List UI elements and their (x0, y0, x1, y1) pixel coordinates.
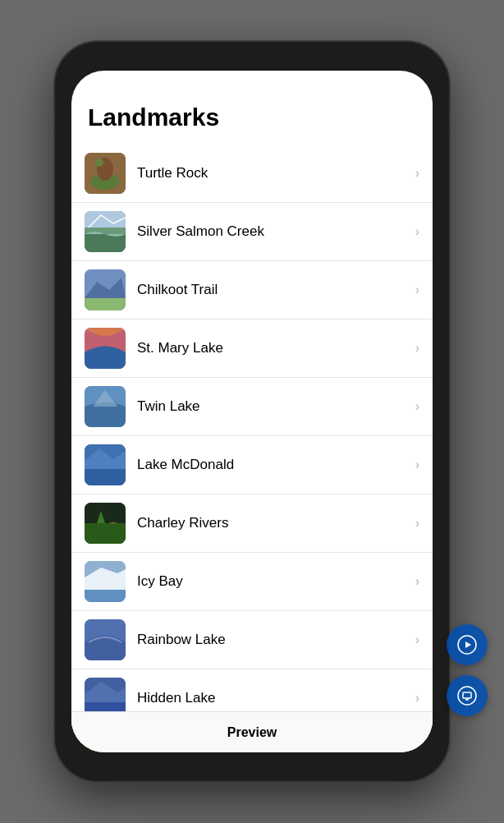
play-icon (457, 635, 477, 655)
display-icon (457, 686, 477, 706)
item-name-st-mary-lake: St. Mary Lake (137, 340, 415, 356)
item-name-hidden-lake: Hidden Lake (137, 690, 415, 706)
chevron-icon-twin-lake: › (415, 399, 419, 414)
chevron-icon-lake-mcdonald: › (415, 457, 419, 472)
chevron-icon-rainbow-lake: › (415, 632, 419, 647)
svg-point-27 (458, 687, 476, 705)
item-name-rainbow-lake: Rainbow Lake (137, 632, 415, 648)
phone-frame: Landmarks Turtle Rock›Silver Salmon Cree… (55, 42, 449, 781)
list-item-icy-bay[interactable]: Icy Bay› (71, 553, 433, 611)
phone-screen: Landmarks Turtle Rock›Silver Salmon Cree… (71, 71, 433, 752)
svg-rect-28 (463, 692, 471, 698)
screen-content[interactable]: Landmarks Turtle Rock›Silver Salmon Cree… (71, 71, 433, 752)
thumbnail-silver-salmon-creek (85, 211, 126, 252)
item-name-chilkoot-trail: Chilkoot Trail (137, 282, 415, 298)
chevron-icon-hidden-lake: › (415, 691, 419, 706)
thumbnail-twin-lake (85, 386, 126, 427)
svg-rect-8 (85, 298, 126, 310)
list-item-turtle-rock[interactable]: Turtle Rock› (71, 145, 433, 203)
fab-container (447, 624, 488, 716)
item-name-silver-salmon-creek: Silver Salmon Creek (137, 223, 415, 240)
chevron-icon-turtle-rock: › (415, 166, 419, 181)
thumbnail-charley-rivers (85, 503, 126, 544)
svg-rect-12 (85, 469, 126, 485)
thumbnail-icy-bay (85, 561, 126, 602)
list-item-silver-salmon-creek[interactable]: Silver Salmon Creek› (71, 203, 433, 261)
outer-container: Landmarks Turtle Rock›Silver Salmon Cree… (0, 0, 504, 823)
chevron-icon-st-mary-lake: › (415, 341, 419, 356)
landmarks-list: Turtle Rock›Silver Salmon Creek›Chilkoot… (71, 145, 433, 752)
list-item-chilkoot-trail[interactable]: Chilkoot Trail› (71, 261, 433, 320)
bottom-bar: Preview (71, 711, 433, 752)
phone-notch (190, 42, 314, 65)
play-fab[interactable] (447, 624, 488, 665)
preview-label: Preview (227, 725, 277, 740)
item-name-icy-bay: Icy Bay (137, 573, 415, 590)
chevron-icon-silver-salmon-creek: › (415, 224, 419, 239)
item-name-lake-mcdonald: Lake McDonald (137, 457, 415, 473)
list-item-st-mary-lake[interactable]: St. Mary Lake› (71, 320, 433, 378)
chevron-icon-icy-bay: › (415, 574, 419, 589)
thumbnail-lake-mcdonald (85, 444, 126, 485)
svg-marker-26 (465, 641, 471, 648)
svg-rect-5 (85, 234, 126, 252)
chevron-icon-charley-rivers: › (415, 516, 419, 531)
list-item-lake-mcdonald[interactable]: Lake McDonald› (71, 436, 433, 494)
svg-rect-16 (85, 590, 126, 602)
thumbnail-st-mary-lake (85, 328, 126, 369)
svg-point-3 (95, 159, 103, 167)
list-item-twin-lake[interactable]: Twin Lake› (71, 378, 433, 436)
list-item-rainbow-lake[interactable]: Rainbow Lake› (71, 611, 433, 669)
item-name-turtle-rock: Turtle Rock (137, 165, 415, 182)
item-name-twin-lake: Twin Lake (137, 398, 415, 415)
page-title: Landmarks (71, 95, 433, 145)
item-name-charley-rivers: Charley Rivers (137, 515, 415, 531)
thumbnail-rainbow-lake (85, 619, 126, 660)
list-item-charley-rivers[interactable]: Charley Rivers› (71, 494, 433, 553)
display-fab[interactable] (447, 675, 488, 716)
thumbnail-chilkoot-trail (85, 269, 126, 310)
thumbnail-turtle-rock (85, 153, 126, 194)
chevron-icon-chilkoot-trail: › (415, 283, 419, 297)
